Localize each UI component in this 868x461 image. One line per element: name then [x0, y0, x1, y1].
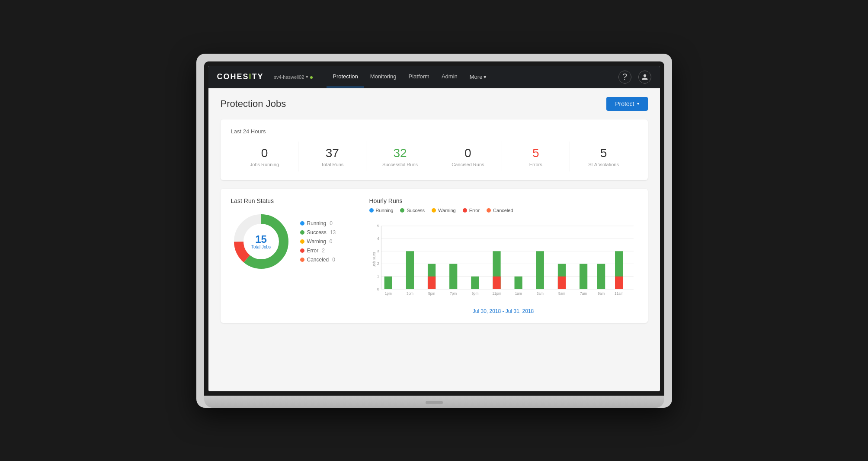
- legend-canceled-dot: [300, 258, 304, 262]
- svg-rect-20: [427, 277, 435, 289]
- stats-card: Last 24 Hours 0 Jobs Running 37 Total Ru…: [221, 119, 648, 181]
- cluster-name: sv4-haswell02: [274, 74, 304, 80]
- chart-legend-success-dot: [400, 208, 404, 213]
- charts-card: Last Run Status: [221, 189, 648, 323]
- stat-successful-runs-value: 32: [366, 146, 434, 161]
- svg-text:4: 4: [377, 236, 379, 241]
- screen: COHESITY sv4-haswell02 ▾ Protection Moni…: [208, 66, 660, 391]
- legend-error: Error 2: [300, 248, 336, 254]
- svg-text:11am: 11am: [614, 292, 623, 296]
- stat-canceled-runs-label: Canceled Runs: [434, 162, 502, 167]
- nav-protection[interactable]: Protection: [327, 66, 364, 87]
- cluster-chevron: ▾: [306, 74, 308, 80]
- svg-rect-25: [514, 277, 522, 289]
- legend-error-count: 2: [322, 248, 325, 254]
- legend-canceled-label: Canceled: [307, 257, 329, 263]
- stat-sla-label: SLA Violations: [570, 162, 637, 167]
- chart-legend-warning-dot: [432, 208, 436, 213]
- chart-legend-error-dot: [463, 208, 467, 213]
- stat-successful-runs: 32 Successful Runs: [366, 142, 434, 172]
- svg-text:0: 0: [377, 287, 379, 291]
- nav-more-label: More: [470, 74, 483, 80]
- nav-more-chevron: ▾: [484, 74, 487, 80]
- cluster-status-dot: [310, 76, 313, 79]
- stat-successful-runs-label: Successful Runs: [366, 162, 434, 167]
- svg-rect-30: [597, 264, 605, 289]
- svg-text:Job Runs: Job Runs: [372, 252, 376, 267]
- svg-text:3pm: 3pm: [406, 292, 413, 296]
- chart-legend-success: Success: [400, 208, 425, 213]
- svg-rect-28: [557, 277, 565, 289]
- chart-legend-running-dot: [369, 208, 374, 213]
- laptop-shell: COHESITY sv4-haswell02 ▾ Protection Moni…: [196, 54, 672, 408]
- legend-warning-dot: [300, 239, 304, 244]
- donut-chart: 15 Total Jobs: [231, 211, 291, 272]
- chart-legend-canceled-label: Canceled: [493, 208, 513, 213]
- svg-text:1pm: 1pm: [384, 292, 391, 296]
- chart-legend-canceled-dot: [487, 208, 491, 213]
- chart-legend-error: Error: [463, 208, 480, 213]
- chart-legend-warning-label: Warning: [438, 208, 456, 213]
- cluster-selector[interactable]: sv4-haswell02 ▾: [274, 74, 313, 80]
- chart-legend-canceled: Canceled: [487, 208, 513, 213]
- stat-total-runs: 37 Total Runs: [298, 142, 366, 172]
- total-jobs-label: Total Jobs: [251, 245, 271, 249]
- legend-canceled-count: 0: [332, 257, 335, 263]
- stat-jobs-running-label: Jobs Running: [231, 162, 298, 167]
- donut-legend: Running 0 Success 13 W: [300, 220, 336, 263]
- navbar: COHESITY sv4-haswell02 ▾ Protection Moni…: [208, 66, 660, 88]
- legend-warning-label: Warning: [307, 239, 326, 245]
- hourly-runs-title: Hourly Runs: [369, 197, 637, 204]
- chart-legend-running-label: Running: [376, 208, 394, 213]
- nav-icons: ?: [618, 71, 651, 84]
- stat-canceled-runs: 0 Canceled Runs: [434, 142, 502, 172]
- stat-canceled-runs-value: 0: [434, 146, 502, 161]
- donut-content: 15 Total Jobs Running 0: [231, 211, 352, 272]
- svg-text:9pm: 9pm: [471, 292, 478, 296]
- nav-admin[interactable]: Admin: [436, 66, 464, 87]
- legend-error-label: Error: [307, 248, 319, 254]
- chart-legend-success-label: Success: [407, 208, 425, 213]
- svg-text:9am: 9am: [598, 292, 605, 296]
- svg-rect-24: [493, 277, 500, 289]
- svg-rect-26: [536, 251, 544, 289]
- user-icon[interactable]: [638, 71, 651, 84]
- protect-button-label: Protect: [615, 100, 634, 107]
- bar-chart-section: Hourly Runs Running Success: [369, 197, 637, 314]
- svg-text:7pm: 7pm: [450, 292, 457, 296]
- nav-monitoring[interactable]: Monitoring: [364, 66, 403, 87]
- svg-rect-18: [406, 251, 413, 289]
- svg-text:1: 1: [377, 274, 379, 278]
- help-icon[interactable]: ?: [618, 71, 631, 84]
- protect-button[interactable]: Protect ▾: [606, 97, 647, 111]
- total-jobs-number: 15: [251, 234, 271, 245]
- legend-running-dot: [300, 221, 304, 226]
- last-run-status-title: Last Run Status: [231, 197, 352, 204]
- stat-jobs-running-value: 0: [231, 146, 298, 161]
- logo-area: COHESITY: [217, 72, 264, 81]
- svg-text:2: 2: [377, 261, 379, 266]
- nav-more[interactable]: More ▾: [464, 67, 493, 87]
- nav-platform[interactable]: Platform: [403, 66, 436, 87]
- legend-success-dot: [300, 230, 304, 235]
- svg-rect-32: [615, 277, 623, 289]
- stat-jobs-running: 0 Jobs Running: [231, 142, 299, 172]
- legend-warning: Warning 0: [300, 239, 336, 245]
- chart-wrapper: 5 4 3 2 1 0 Job Runs: [369, 218, 637, 305]
- legend-warning-count: 0: [330, 239, 333, 245]
- svg-text:3am: 3am: [536, 292, 543, 296]
- donut-center: 15 Total Jobs: [251, 234, 271, 249]
- nav-links: Protection Monitoring Platform Admin Mor…: [327, 66, 493, 87]
- page-header: Protection Jobs Protect ▾: [221, 97, 648, 111]
- svg-rect-21: [449, 264, 457, 289]
- legend-success-label: Success: [307, 229, 327, 235]
- svg-text:7am: 7am: [580, 292, 587, 296]
- legend-success: Success 13: [300, 229, 336, 235]
- chart-legend: Running Success Warning: [369, 208, 637, 213]
- svg-text:1am: 1am: [515, 292, 522, 296]
- stats-row: 0 Jobs Running 37 Total Runs 32 Successf…: [231, 142, 637, 172]
- svg-text:5pm: 5pm: [428, 292, 435, 296]
- laptop-base: [204, 396, 664, 408]
- svg-text:5: 5: [377, 224, 379, 228]
- chart-legend-warning: Warning: [432, 208, 456, 213]
